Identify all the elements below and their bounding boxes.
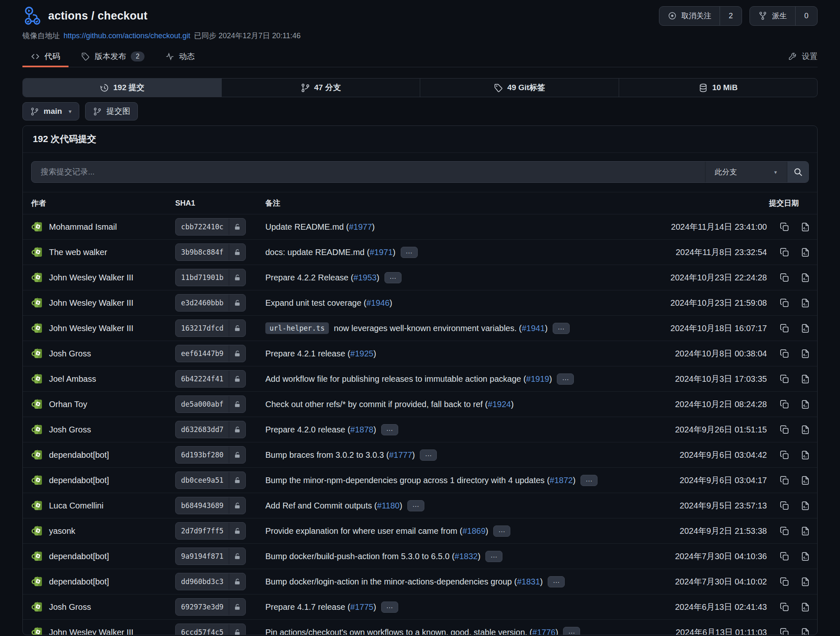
commit-sha-badge[interactable]: dd960bd3c3 xyxy=(175,573,246,590)
browse-source-button[interactable] xyxy=(800,450,811,460)
commit-sha-badge[interactable]: 3b9b8c884f xyxy=(175,243,246,261)
expand-commit-button[interactable]: … xyxy=(384,272,402,283)
commit-author-link[interactable]: dependabot[bot] xyxy=(49,552,109,561)
commit-author-link[interactable]: John Wesley Walker III xyxy=(49,298,133,308)
watch-button[interactable]: 取消关注 2 xyxy=(659,6,742,26)
commit-author-link[interactable]: Mohammad Ismail xyxy=(49,222,117,232)
commit-author-link[interactable]: John Wesley Walker III xyxy=(49,273,133,282)
copy-sha-button[interactable] xyxy=(779,551,790,562)
commit-author-link[interactable]: yasonk xyxy=(49,526,75,536)
copy-sha-button[interactable] xyxy=(779,273,790,283)
pr-link[interactable]: #1869 xyxy=(463,526,486,535)
copy-sha-button[interactable] xyxy=(779,222,790,232)
copy-sha-button[interactable] xyxy=(779,526,790,536)
fork-button[interactable]: 派生 0 xyxy=(749,6,818,26)
commit-author-link[interactable]: dependabot[bot] xyxy=(49,577,109,587)
pr-link[interactable]: #1941 xyxy=(522,324,545,333)
browse-source-button[interactable] xyxy=(800,247,811,258)
commit-sha-badge[interactable]: 2d7d9f7ff5 xyxy=(175,522,246,540)
pr-link[interactable]: #1832 xyxy=(455,552,478,561)
copy-sha-button[interactable] xyxy=(779,577,790,587)
pr-link[interactable]: #1971 xyxy=(370,248,393,257)
commit-sha-badge[interactable]: 6b42224f41 xyxy=(175,370,246,388)
copy-sha-button[interactable] xyxy=(779,349,790,359)
branch-scope-select[interactable]: 此分支 ▾ xyxy=(705,162,787,182)
commit-author-link[interactable]: Luca Comellini xyxy=(49,501,103,511)
stat-tags[interactable]: 49 Git标签 xyxy=(420,79,619,97)
commit-sha-badge[interactable]: 163217dfcd xyxy=(175,319,246,337)
browse-source-button[interactable] xyxy=(800,374,811,384)
stat-commits[interactable]: 192 提交 xyxy=(23,79,221,97)
commit-sha-badge[interactable]: 692973e3d9 xyxy=(175,598,246,616)
commit-author-link[interactable]: Josh Gross xyxy=(49,425,91,435)
browse-source-button[interactable] xyxy=(800,222,811,232)
commit-sha-badge[interactable]: 11bd71901b xyxy=(175,269,246,286)
commit-search-input[interactable] xyxy=(32,162,705,182)
tab-activity[interactable]: 动态 xyxy=(157,46,203,67)
expand-commit-button[interactable]: … xyxy=(493,525,510,537)
expand-commit-button[interactable]: … xyxy=(381,424,398,435)
browse-source-button[interactable] xyxy=(800,399,811,410)
pr-link[interactable]: #1831 xyxy=(517,577,540,586)
commit-author-link[interactable]: dependabot[bot] xyxy=(49,476,109,485)
pr-link[interactable]: #1878 xyxy=(350,425,374,434)
mirror-url-link[interactable]: https://github.com/actions/checkout.git xyxy=(64,32,190,40)
browse-source-button[interactable] xyxy=(800,475,811,486)
commit-author-link[interactable]: John Wesley Walker III xyxy=(49,628,133,636)
expand-commit-button[interactable]: … xyxy=(580,475,598,486)
commit-author-link[interactable]: Orhan Toy xyxy=(49,400,87,409)
branch-selector[interactable]: main ▾ xyxy=(22,102,79,120)
expand-commit-button[interactable]: … xyxy=(407,500,424,511)
pr-link[interactable]: #1180 xyxy=(377,501,399,510)
pr-link[interactable]: #1924 xyxy=(488,400,511,409)
commit-author-link[interactable]: The web walker xyxy=(49,248,107,257)
browse-source-button[interactable] xyxy=(800,323,811,334)
expand-commit-button[interactable]: … xyxy=(557,373,574,385)
commit-sha-badge[interactable]: db0cee9a51 xyxy=(175,471,246,489)
browse-source-button[interactable] xyxy=(800,425,811,435)
commit-sha-badge[interactable]: d632683dd7 xyxy=(175,421,246,438)
tab-settings[interactable]: 设置 xyxy=(780,46,818,67)
browse-source-button[interactable] xyxy=(800,627,811,636)
tab-releases[interactable]: 版本发布 2 xyxy=(73,46,153,67)
commit-sha-badge[interactable]: 6d193bf280 xyxy=(175,446,246,464)
browse-source-button[interactable] xyxy=(800,551,811,562)
commit-author-link[interactable]: Joel Ambass xyxy=(49,374,96,384)
pr-link[interactable]: #1919 xyxy=(526,374,549,383)
watch-count[interactable]: 2 xyxy=(720,7,742,25)
copy-sha-button[interactable] xyxy=(779,501,790,511)
commit-sha-badge[interactable]: cbb722410c xyxy=(175,218,246,236)
expand-commit-button[interactable]: … xyxy=(420,449,437,461)
commit-sha-badge[interactable]: 6ccd57f4c5 xyxy=(175,624,246,635)
browse-source-button[interactable] xyxy=(800,349,811,359)
copy-sha-button[interactable] xyxy=(779,602,790,612)
search-button[interactable] xyxy=(787,162,808,182)
pr-link[interactable]: #1872 xyxy=(550,476,573,485)
copy-sha-button[interactable] xyxy=(779,450,790,460)
browse-source-button[interactable] xyxy=(800,577,811,587)
copy-sha-button[interactable] xyxy=(779,374,790,384)
pr-link[interactable]: #1953 xyxy=(353,273,377,282)
browse-source-button[interactable] xyxy=(800,526,811,536)
expand-commit-button[interactable]: … xyxy=(548,576,565,587)
stat-branches[interactable]: 47 分支 xyxy=(221,79,420,97)
expand-commit-button[interactable]: … xyxy=(553,323,570,334)
commit-sha-badge[interactable]: 9a9194f871 xyxy=(175,548,246,565)
commit-author-link[interactable]: Josh Gross xyxy=(49,602,91,612)
commit-author-link[interactable]: Josh Gross xyxy=(49,349,91,359)
commit-author-link[interactable]: dependabot[bot] xyxy=(49,450,109,460)
commit-sha-badge[interactable]: e3d2460bbb xyxy=(175,294,246,312)
tab-code[interactable]: 代码 xyxy=(22,46,69,67)
copy-sha-button[interactable] xyxy=(779,425,790,435)
expand-commit-button[interactable]: … xyxy=(381,602,398,613)
fork-count[interactable]: 0 xyxy=(795,7,817,25)
browse-source-button[interactable] xyxy=(800,501,811,511)
expand-commit-button[interactable]: … xyxy=(401,247,418,258)
expand-commit-button[interactable]: … xyxy=(485,551,502,562)
commit-sha-badge[interactable]: eef61447b9 xyxy=(175,345,246,362)
stat-size[interactable]: 10 MiB xyxy=(619,79,818,97)
pr-link[interactable]: #1925 xyxy=(350,349,374,358)
pr-link[interactable]: #1775 xyxy=(350,602,374,611)
copy-sha-button[interactable] xyxy=(779,627,790,636)
commit-graph-button[interactable]: 提交图 xyxy=(85,102,138,120)
